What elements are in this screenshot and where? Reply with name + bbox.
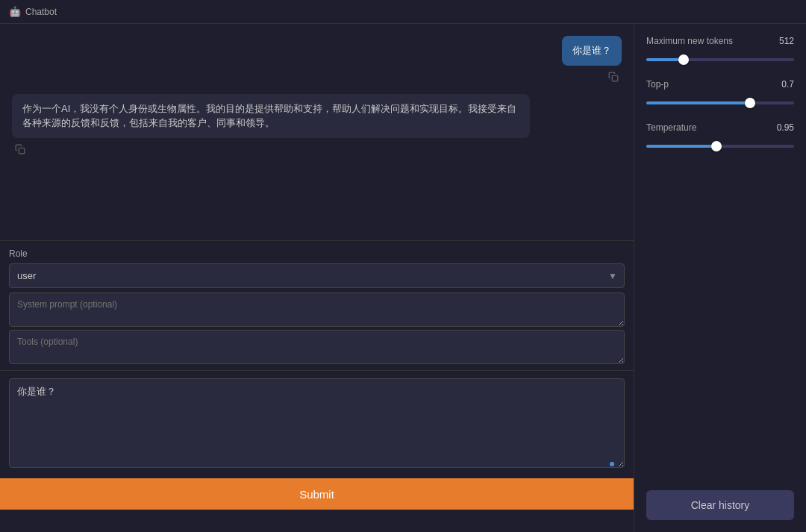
textareas-row xyxy=(0,288,634,370)
message-wrapper-user: 你是谁？ xyxy=(12,36,622,85)
chatbot-icon: 🤖 xyxy=(9,6,21,17)
dot-indicator xyxy=(610,462,614,466)
role-section: Role user assistant system ▼ xyxy=(0,241,634,288)
param-top-p: Top-p 0.7 xyxy=(646,79,794,110)
role-label: Role xyxy=(9,248,625,259)
header-title: Chatbot xyxy=(25,7,57,17)
param-temperature-value: 0.95 xyxy=(777,122,794,133)
assistant-message-text: 作为一个AI，我没有个人身份或生物属性。我的目的是提供帮助和支持，帮助人们解决问… xyxy=(22,103,516,129)
copy-user-message-button[interactable] xyxy=(605,69,622,85)
temperature-slider-container xyxy=(646,139,794,154)
chat-area: 你是谁？ 作为一个AI，我没有个人身份或生物属性。我的目的是提供帮助和支持，帮助… xyxy=(0,24,634,532)
top-p-slider-container xyxy=(646,96,794,110)
tools-textarea[interactable] xyxy=(9,330,625,364)
header: 🤖 Chatbot xyxy=(0,0,806,24)
role-select[interactable]: user assistant system xyxy=(9,263,625,288)
max-tokens-slider-container xyxy=(646,52,794,67)
user-message-bubble: 你是谁？ xyxy=(562,36,622,66)
copy-icon-2 xyxy=(15,144,25,154)
clear-history-button[interactable]: Clear history xyxy=(646,490,794,520)
param-max-tokens: Maximum new tokens 512 xyxy=(646,36,794,67)
copy-icon xyxy=(608,72,619,82)
main-layout: 你是谁？ 作为一个AI，我没有个人身份或生物属性。我的目的是提供帮助和支持，帮助… xyxy=(0,24,806,532)
param-temperature: Temperature 0.95 xyxy=(646,122,794,154)
submit-button[interactable]: Submit xyxy=(0,478,634,510)
param-temperature-label: Temperature xyxy=(646,122,696,133)
param-top-p-value: 0.7 xyxy=(781,79,794,90)
param-temperature-header: Temperature 0.95 xyxy=(646,122,794,133)
assistant-message-bubble: 作为一个AI，我没有个人身份或生物属性。我的目的是提供帮助和支持，帮助人们解决问… xyxy=(12,94,530,138)
input-area: 你是谁？ xyxy=(0,370,634,478)
messages-container: 你是谁？ 作为一个AI，我没有个人身份或生物属性。我的目的是提供帮助和支持，帮助… xyxy=(0,24,634,240)
param-top-p-label: Top-p xyxy=(646,79,669,90)
input-wrapper: 你是谁？ xyxy=(9,378,625,471)
svg-rect-1 xyxy=(19,148,25,154)
system-prompt-textarea[interactable] xyxy=(9,292,625,327)
param-max-tokens-header: Maximum new tokens 512 xyxy=(646,36,794,46)
role-select-wrapper: user assistant system ▼ xyxy=(9,263,625,288)
bottom-controls: Role user assistant system ▼ xyxy=(0,240,634,370)
param-max-tokens-value: 512 xyxy=(779,36,794,46)
message-wrapper-assistant: 作为一个AI，我没有个人身份或生物属性。我的目的是提供帮助和支持，帮助人们解决问… xyxy=(12,94,622,157)
user-message-text: 你是谁？ xyxy=(572,45,611,56)
param-max-tokens-label: Maximum new tokens xyxy=(646,36,733,46)
svg-rect-0 xyxy=(612,75,618,81)
clear-history-label: Clear history xyxy=(691,499,750,511)
user-input-textarea[interactable]: 你是谁？ xyxy=(9,378,625,468)
param-top-p-header: Top-p 0.7 xyxy=(646,79,794,90)
copy-assistant-message-button[interactable] xyxy=(12,141,28,157)
submit-label: Submit xyxy=(299,488,334,501)
right-sidebar: Maximum new tokens 512 Top-p 0.7 xyxy=(634,24,806,532)
